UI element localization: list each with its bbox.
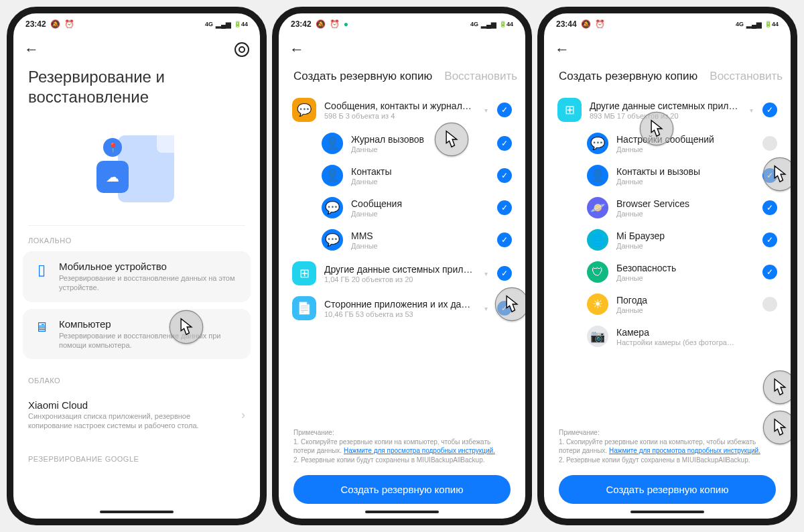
card-sub: Резервирование и восстановление данных п… <box>59 331 241 350</box>
page-title: Резервирование и восстановление <box>13 64 260 117</box>
nav-bar: ← <box>544 35 791 64</box>
nav-bar: ← <box>279 35 525 64</box>
grid-icon: ⊞ <box>557 98 582 122</box>
home-indicator[interactable] <box>365 511 439 513</box>
checkbox[interactable]: ✓ <box>497 103 512 117</box>
tab-create-backup[interactable]: Создать резервную копию <box>293 70 432 83</box>
chevron-down-icon: ▾ <box>484 270 488 277</box>
person-icon: 👤 <box>322 165 343 186</box>
item-title: Камера <box>616 327 777 338</box>
card-mobile-device[interactable]: ▯ Мобильное устройство Резервирование и … <box>23 251 251 302</box>
phone-screen-2: 23:42 🔕 ⏰ ● 4G ▂▄▆ 🔋44 ← Создать резервн… <box>272 7 532 525</box>
item-message-settings[interactable]: 💬 Настройки сообщенийДанные ✓ <box>553 127 781 159</box>
checkbox[interactable]: ✓ <box>497 266 512 281</box>
item-title: Контакты <box>351 166 489 177</box>
checkbox[interactable]: ✓ <box>497 136 512 151</box>
message-icon: 💬 <box>587 133 608 154</box>
camera-icon: 📷 <box>587 326 608 347</box>
group-sub: 598 Б 3 объекта из 4 <box>324 112 476 120</box>
card-title: Компьютер <box>59 318 241 330</box>
note-link[interactable]: Нажмите для просмотра подробных инструкц… <box>609 447 760 454</box>
status-bar: 23:42 🔕 ⏰ ● 4G ▂▄▆ 🔋44 <box>279 13 525 35</box>
item-title: Журнал вызовов <box>351 134 489 145</box>
item-sub: Данные <box>616 274 754 282</box>
item-title: Сообщения <box>351 198 489 209</box>
backup-illustration: 📍 ☁ <box>13 117 260 225</box>
network-label: 4G <box>736 21 744 27</box>
item-sub: Данные <box>616 145 754 153</box>
signal-icon: ▂▄▆ <box>746 21 762 28</box>
item-title: Настройки сообщений <box>616 134 754 145</box>
mobile-icon: ▯ <box>32 261 51 279</box>
item-security[interactable]: 🛡 БезопасностьДанные ✓ <box>553 256 781 288</box>
tab-create-backup[interactable]: Создать резервную копию <box>559 70 697 83</box>
back-button[interactable]: ← <box>555 41 570 58</box>
home-indicator[interactable] <box>100 511 174 513</box>
checkbox[interactable]: ✓ <box>497 301 512 316</box>
checkbox[interactable]: ✓ <box>762 103 777 117</box>
section-cloud-label: ОБЛАКО <box>13 366 260 391</box>
item-browser-services[interactable]: 🪐 Browser ServicesДанные ✓ <box>553 192 781 224</box>
status-time: 23:42 <box>291 19 312 29</box>
create-backup-button[interactable]: Создать резервную копию <box>559 475 776 504</box>
group-title: Сторонние приложения и их да… <box>324 299 476 310</box>
nav-bar: ← <box>13 35 260 64</box>
item-title: Browser Services <box>616 198 754 209</box>
tab-restore[interactable]: Восстановить <box>710 70 783 83</box>
group-title: Другие данные системных прил… <box>590 101 742 111</box>
message-icon: 💬 <box>322 229 343 251</box>
bell-off-icon: 🔕 <box>50 19 60 29</box>
group-sub: 893 МБ 17 объектов из 20 <box>590 112 742 120</box>
chevron-down-icon: ▾ <box>484 305 488 312</box>
battery-icon: 🔋44 <box>499 21 513 27</box>
item-sub: Данные <box>351 210 489 218</box>
item-sub: Данные <box>616 306 754 314</box>
item-weather[interactable]: ☀ ПогодаДанные ✓ <box>553 288 781 320</box>
checkbox[interactable]: ✓ <box>497 200 512 215</box>
group-third-party-apps[interactable]: 📄 Сторонние приложения и их да…10,46 ГБ … <box>288 291 516 326</box>
item-title: Погода <box>616 295 754 306</box>
back-button[interactable]: ← <box>289 41 304 58</box>
note-link[interactable]: Нажмите для просмотра подробных инструкц… <box>344 447 495 454</box>
checkbox[interactable]: ✓ <box>497 168 512 183</box>
create-backup-button[interactable]: Создать резервную копию <box>293 475 511 504</box>
row-title: Xiaomi Cloud <box>28 399 234 411</box>
signal-icon: ▂▄▆ <box>481 21 496 28</box>
item-contacts[interactable]: 👤 КонтактыДанные ✓ <box>288 159 516 192</box>
chevron-down-icon: ▾ <box>484 107 488 114</box>
tabs: Создать резервную копию Восстановить <box>279 64 525 92</box>
status-bar: 23:42 🔕 ⏰ 4G ▂▄▆ 🔋44 <box>13 13 260 35</box>
checkbox[interactable]: ✓ <box>762 136 777 151</box>
item-sub: Настройки камеры (без фотогра… <box>616 338 777 346</box>
checkbox[interactable]: ✓ <box>762 200 777 215</box>
checkbox[interactable]: ✓ <box>762 265 777 279</box>
backup-list: ⊞ Другие данные системных прил…893 МБ 17… <box>544 92 791 423</box>
checkbox[interactable]: ✓ <box>497 232 512 247</box>
signal-icon: ▂▄▆ <box>216 21 231 28</box>
card-computer[interactable]: 🖥 Компьютер Резервирование и восстановле… <box>23 309 251 360</box>
item-mi-browser[interactable]: 🌐 Mi БраузерДанные ✓ <box>553 224 781 256</box>
row-xiaomi-cloud[interactable]: Xiaomi Cloud Синхронизация списка прилож… <box>13 391 260 439</box>
alarm-icon: ⏰ <box>595 19 605 29</box>
group-system-apps[interactable]: ⊞ Другие данные системных прил…893 МБ 17… <box>553 92 781 127</box>
tab-restore[interactable]: Восстановить <box>444 70 517 83</box>
item-contacts-calls[interactable]: 👤 Контакты и вызовыДанные ✓ <box>553 159 781 192</box>
doc-icon: 📄 <box>292 296 316 320</box>
checkbox[interactable]: ✓ <box>762 297 777 312</box>
item-messages[interactable]: 💬 СообщенияДанные ✓ <box>288 192 516 224</box>
item-sub: Данные <box>351 145 489 153</box>
item-title: Mi Браузер <box>616 230 754 241</box>
item-camera[interactable]: 📷 КамераНастройки камеры (без фотогра… <box>553 320 781 352</box>
settings-button[interactable] <box>234 42 249 57</box>
item-mms[interactable]: 💬 MMSДанные ✓ <box>288 224 516 256</box>
checkbox[interactable]: ✓ <box>762 232 777 247</box>
group-messages-contacts[interactable]: 💬 Сообщения, контакты и журнал… 598 Б 3 … <box>288 92 516 127</box>
item-call-log[interactable]: 👤 Журнал вызововДанные ✓ <box>288 127 516 159</box>
back-button[interactable]: ← <box>24 41 39 58</box>
group-system-apps[interactable]: ⊞ Другие данные системных прил…1,04 ГБ 2… <box>288 256 516 291</box>
checkbox[interactable]: ✓ <box>762 168 777 183</box>
home-indicator[interactable] <box>630 511 704 513</box>
phone-screen-1: 23:42 🔕 ⏰ 4G ▂▄▆ 🔋44 ← Резервирование и … <box>7 7 267 525</box>
battery-icon: 🔋44 <box>234 21 248 27</box>
item-sub: Данные <box>616 242 754 250</box>
